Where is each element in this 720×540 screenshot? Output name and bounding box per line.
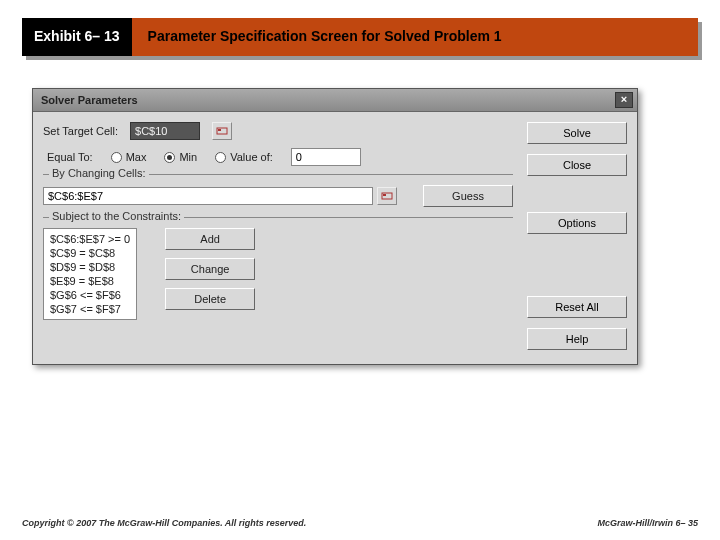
- constraint-line[interactable]: $E$9 = $E$8: [50, 274, 130, 288]
- radio-value-of[interactable]: Value of:: [215, 151, 273, 163]
- changing-cells-input[interactable]: [43, 187, 373, 205]
- refedit-icon[interactable]: [212, 122, 232, 140]
- refedit-icon[interactable]: [377, 187, 397, 205]
- changing-cells-label: By Changing Cells:: [49, 167, 149, 179]
- dialog-titlebar: Solver Parameters ×: [33, 89, 637, 112]
- exhibit-number: Exhibit 6– 13: [22, 18, 132, 56]
- delete-button[interactable]: Delete: [165, 288, 255, 310]
- slide-footer: Copyright © 2007 The McGraw-Hill Compani…: [0, 518, 720, 528]
- add-button[interactable]: Add: [165, 228, 255, 250]
- target-cell-label: Set Target Cell:: [43, 125, 118, 137]
- constraint-line[interactable]: $C$9 = $C$8: [50, 246, 130, 260]
- constraints-group: Subject to the Constraints: $C$6:$E$7 >=…: [43, 217, 513, 320]
- dialog-title: Solver Parameters: [41, 94, 138, 106]
- slide-header: Exhibit 6– 13 Parameter Specification Sc…: [22, 18, 698, 56]
- value-of-input[interactable]: [291, 148, 361, 166]
- copyright-text: Copyright © 2007 The McGraw-Hill Compani…: [22, 518, 306, 528]
- reset-all-button[interactable]: Reset All: [527, 296, 627, 318]
- help-button[interactable]: Help: [527, 328, 627, 350]
- constraint-line[interactable]: $D$9 = $D$8: [50, 260, 130, 274]
- solve-button[interactable]: Solve: [527, 122, 627, 144]
- change-button[interactable]: Change: [165, 258, 255, 280]
- svg-rect-3: [383, 194, 386, 196]
- constraint-line[interactable]: $G$7 <= $F$7: [50, 302, 130, 316]
- constraints-label: Subject to the Constraints:: [49, 210, 184, 222]
- constraint-line[interactable]: $G$6 <= $F$6: [50, 288, 130, 302]
- solver-parameters-dialog: Solver Parameters × Set Target Cell: Equ…: [32, 88, 638, 365]
- constraints-listbox[interactable]: $C$6:$E$7 >= 0$C$9 = $C$8$D$9 = $D$8$E$9…: [43, 228, 137, 320]
- changing-cells-group: By Changing Cells: Guess: [43, 174, 513, 207]
- slide-title: Parameter Specification Screen for Solve…: [132, 18, 698, 56]
- target-cell-input[interactable]: [130, 122, 200, 140]
- close-icon[interactable]: ×: [615, 92, 633, 108]
- guess-button[interactable]: Guess: [423, 185, 513, 207]
- svg-rect-1: [218, 129, 221, 131]
- radio-max[interactable]: Max: [111, 151, 147, 163]
- radio-min[interactable]: Min: [164, 151, 197, 163]
- close-button[interactable]: Close: [527, 154, 627, 176]
- options-button[interactable]: Options: [527, 212, 627, 234]
- page-number: McGraw-Hill/Irwin 6– 35: [597, 518, 698, 528]
- equal-to-label: Equal To:: [47, 151, 93, 163]
- constraint-line[interactable]: $C$6:$E$7 >= 0: [50, 232, 130, 246]
